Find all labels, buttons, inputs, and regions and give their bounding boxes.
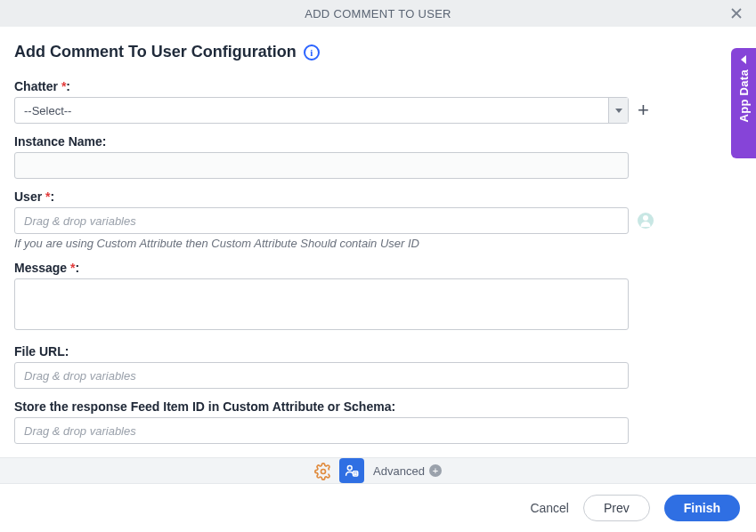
- user-input[interactable]: [14, 207, 629, 234]
- store-label: Store the response Feed Item ID in Custo…: [14, 399, 742, 414]
- cancel-button[interactable]: Cancel: [530, 501, 569, 515]
- close-icon[interactable]: [728, 4, 745, 22]
- instance-input[interactable]: [14, 152, 629, 179]
- chatter-select-value: --Select--: [15, 98, 608, 123]
- app-data-label: App Data: [737, 69, 751, 122]
- file-url-label: File URL:: [14, 344, 742, 359]
- plus-circle-icon: +: [429, 464, 442, 477]
- message-label: Message *:: [14, 261, 742, 275]
- app-data-tab[interactable]: App Data: [731, 48, 756, 158]
- chevron-down-icon[interactable]: [608, 98, 628, 123]
- user-icon[interactable]: [638, 213, 654, 229]
- modal-title: ADD COMMENT TO USER: [305, 7, 451, 20]
- finish-button[interactable]: Finish: [664, 495, 740, 521]
- svg-point-2: [321, 470, 326, 474]
- svg-point-3: [347, 466, 352, 471]
- prev-button[interactable]: Prev: [583, 495, 650, 521]
- gear-icon[interactable]: [314, 463, 330, 479]
- page-title: Add Comment To User Configuration i: [14, 43, 742, 61]
- add-chatter-button[interactable]: +: [638, 101, 649, 120]
- info-icon[interactable]: i: [304, 44, 320, 60]
- chatter-select[interactable]: --Select--: [14, 97, 629, 124]
- footer: Cancel Prev Finish: [0, 484, 756, 532]
- config-icon[interactable]: [339, 458, 364, 483]
- chevron-left-icon: [741, 55, 746, 64]
- file-url-input[interactable]: [14, 362, 629, 389]
- modal-header: ADD COMMENT TO USER: [0, 0, 756, 27]
- toolbar: Advanced +: [0, 457, 756, 484]
- message-textarea[interactable]: [14, 278, 629, 330]
- store-response-input[interactable]: [14, 417, 629, 444]
- user-hint: If you are using Custom Attribute then C…: [14, 237, 742, 250]
- user-label: User *:: [14, 189, 742, 204]
- advanced-toggle[interactable]: Advanced +: [373, 464, 442, 478]
- instance-label: Instance Name:: [14, 134, 742, 149]
- chatter-label: Chatter *:: [14, 79, 742, 93]
